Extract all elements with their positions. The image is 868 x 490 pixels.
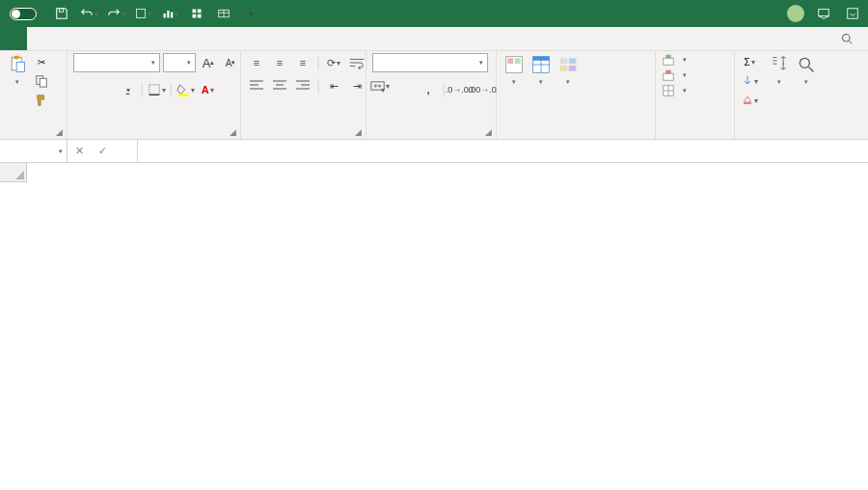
number-format-dropdown[interactable]: ▾ [372,53,488,72]
svg-rect-17 [40,78,46,87]
launcher-icon[interactable]: ◢ [485,127,492,137]
wrap-text-icon[interactable] [347,53,366,72]
svg-rect-27 [569,58,577,64]
undo-icon[interactable] [79,4,98,23]
autosum-icon[interactable]: Σ [741,53,758,70]
decrease-decimal-icon[interactable]: .00→.0 [473,80,492,99]
fill-color-button[interactable] [176,80,195,99]
enter-icon[interactable]: ✓ [91,140,114,162]
title-bar: ▾ [0,0,868,27]
comma-button[interactable]: , [419,80,438,99]
grow-font-icon[interactable]: A▴ [199,53,218,72]
currency-button[interactable] [372,80,392,99]
decrease-indent-icon[interactable]: ⇤ [324,76,343,95]
shrink-font-icon[interactable]: A▾ [221,53,240,72]
underline-button[interactable] [118,80,137,99]
formula-input[interactable] [138,140,868,162]
align-bottom-icon[interactable]: ≡ [293,53,312,72]
align-middle-icon[interactable]: ≡ [270,53,289,72]
border-button[interactable] [147,80,166,99]
svg-rect-31 [665,55,670,59]
increase-indent-icon[interactable]: ⇥ [347,76,366,95]
copy-icon[interactable] [33,72,50,90]
clipboard-label: ◢ [6,135,61,139]
bold-button[interactable] [73,80,93,99]
svg-rect-23 [515,58,521,64]
svg-rect-10 [819,10,829,16]
format-cells-button[interactable]: ▾ [662,84,687,97]
font-size-dropdown[interactable]: ▾ [163,53,196,72]
ribbon-options-icon[interactable] [843,4,862,23]
editing-label [741,135,854,139]
calc-icon[interactable] [187,4,206,23]
cells-label [662,135,728,139]
svg-rect-8 [198,14,202,18]
svg-rect-33 [665,70,670,74]
svg-rect-15 [16,63,24,72]
launcher-icon[interactable]: ◢ [56,127,63,137]
align-center-icon[interactable] [270,76,289,95]
svg-rect-32 [664,73,674,80]
clear-icon[interactable] [741,92,758,109]
find-select-button[interactable]: ▾ [795,53,818,88]
align-right-icon[interactable] [293,76,312,95]
align-left-icon[interactable] [247,76,266,95]
font-name-dropdown[interactable]: ▾ [73,53,160,72]
launcher-icon[interactable]: ◢ [230,127,236,137]
formula-bar: ▾ ✕ ✓ [0,140,868,163]
svg-rect-19 [178,94,189,96]
svg-rect-5 [193,10,197,14]
svg-rect-30 [664,58,674,65]
select-all-corner[interactable] [0,163,27,182]
svg-rect-28 [560,66,568,71]
format-as-table-button[interactable]: ▾ [529,53,553,88]
autosave-toggle[interactable] [6,8,37,20]
svg-rect-11 [848,9,858,19]
sort-filter-button[interactable]: ▾ [768,53,791,88]
font-label: ◢ [73,135,234,139]
svg-point-12 [843,35,851,42]
search-button[interactable] [829,27,868,50]
ribbon-tabs [0,27,868,51]
cut-icon[interactable]: ✂ [33,53,50,70]
conditional-formatting-button[interactable]: ▾ [502,53,526,88]
user-avatar[interactable] [787,5,804,22]
increase-decimal-icon[interactable]: .0→.00 [449,80,469,99]
percent-button[interactable] [395,80,415,99]
delete-cells-button[interactable]: ▾ [662,68,687,82]
redo-icon[interactable] [106,4,125,23]
svg-rect-18 [149,85,159,95]
font-color-button[interactable]: A [198,80,217,99]
paste-button[interactable]: ▾ [6,53,29,88]
svg-rect-6 [198,10,202,14]
svg-rect-14 [14,56,19,59]
orientation-icon[interactable]: ⟳ [324,53,343,72]
align-top-icon[interactable]: ≡ [247,53,266,72]
border-icon[interactable] [133,4,152,23]
launcher-icon[interactable]: ◢ [355,127,362,137]
svg-point-36 [800,58,809,68]
fill-icon[interactable] [741,72,758,90]
svg-rect-2 [163,14,165,18]
svg-rect-1 [136,10,145,18]
svg-rect-22 [507,58,513,64]
styles-label [502,135,649,139]
qat-dropdown-icon[interactable]: ▾ [241,4,260,23]
svg-rect-3 [167,11,169,18]
insert-cells-button[interactable]: ▾ [662,53,687,67]
cancel-icon[interactable]: ✕ [68,140,91,162]
alignment-label: ◢ [247,135,360,139]
table-icon[interactable] [214,4,233,23]
number-label: ◢ [372,135,490,139]
svg-rect-35 [744,102,751,104]
tab-file[interactable] [0,27,27,50]
svg-rect-29 [569,66,577,71]
italic-button[interactable] [95,80,115,99]
fx-icon[interactable] [114,140,137,162]
cell-styles-button[interactable]: ▾ [556,53,580,88]
save-icon[interactable] [52,4,71,23]
name-box[interactable]: ▾ [0,140,68,162]
format-painter-icon[interactable] [33,92,50,109]
display-options-icon[interactable] [814,4,833,23]
chart-icon[interactable] [160,4,179,23]
